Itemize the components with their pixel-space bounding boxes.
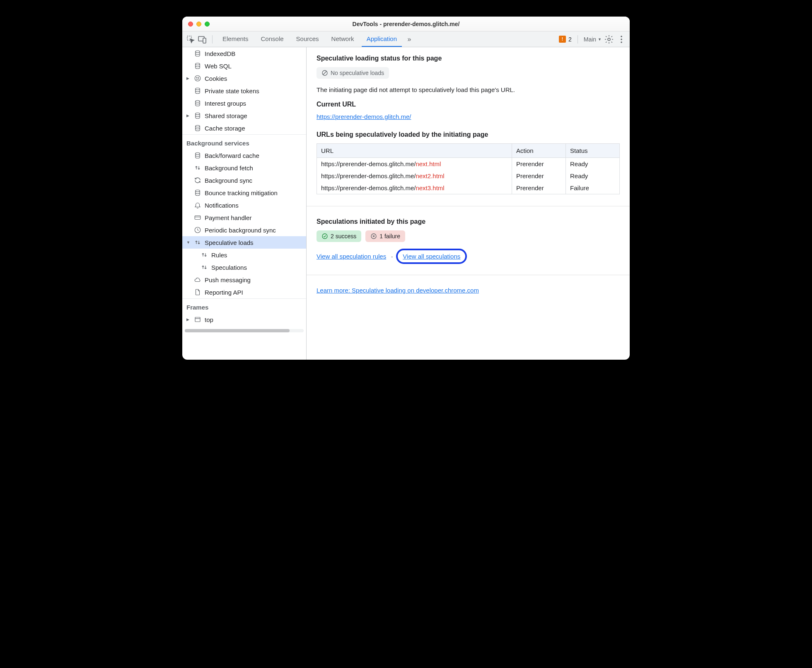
sidebar-item-web-sql[interactable]: Web SQL	[182, 60, 306, 72]
sidebar-section-frames: Frames	[182, 298, 306, 313]
sidebar-item-bounce-tracking-mitigation[interactable]: Bounce tracking mitigation	[182, 186, 306, 199]
sidebar-item-label: Back/forward cache	[205, 152, 259, 159]
warning-count[interactable]: 2	[568, 36, 572, 43]
sidebar-item-background-sync[interactable]: Background sync	[182, 174, 306, 186]
svg-point-3	[608, 38, 610, 41]
db-icon	[194, 87, 201, 94]
sidebar-item-label: Notifications	[205, 202, 239, 209]
table-row[interactable]: https://prerender-demos.glitch.me/next3.…	[317, 182, 620, 194]
current-url-heading: Current URL	[317, 101, 620, 108]
sidebar-item-private-state-tokens[interactable]: Private state tokens	[182, 85, 306, 97]
sidebar-item-payment-handler[interactable]: Payment handler	[182, 211, 306, 224]
table-row[interactable]: https://prerender-demos.glitch.me/next2.…	[317, 170, 620, 182]
sidebar-item-indexeddb[interactable]: IndexedDB	[182, 47, 306, 60]
sidebar-item-rules[interactable]: Rules	[182, 249, 306, 261]
clock-icon	[194, 226, 201, 234]
svg-point-19	[196, 190, 200, 192]
sidebar-item-label: IndexedDB	[205, 50, 235, 57]
sidebar-item-reporting-api[interactable]: Reporting API	[182, 286, 306, 298]
warning-badge-icon[interactable]: !	[559, 36, 566, 43]
more-tabs-icon[interactable]: »	[404, 34, 414, 44]
sidebar-item-cache-storage[interactable]: Cache storage	[182, 122, 306, 134]
status-heading: Speculative loading status for this page	[317, 55, 620, 62]
db-icon	[194, 152, 201, 159]
sidebar-item-label: Speculations	[211, 264, 247, 271]
svg-point-16	[196, 113, 200, 115]
sidebar-section-background: Background services	[182, 134, 306, 149]
device-toggle-icon[interactable]	[197, 34, 207, 44]
sidebar-item-speculations[interactable]: Speculations	[182, 261, 306, 273]
kebab-menu-icon[interactable]	[616, 34, 626, 44]
cloud-icon	[194, 276, 201, 283]
sidebar[interactable]: IndexedDBWeb SQL▶CookiesPrivate state to…	[182, 47, 307, 360]
svg-rect-23	[195, 317, 200, 322]
svg-point-10	[196, 77, 197, 78]
sidebar-item-push-messaging[interactable]: Push messaging	[182, 273, 306, 286]
cell-status: Ready	[566, 158, 620, 170]
svg-line-26	[323, 71, 326, 75]
sidebar-item-label: Speculative loads	[205, 239, 254, 246]
status-badge: No speculative loads	[317, 67, 389, 79]
th-url: URL	[317, 144, 512, 158]
sidebar-item-label: Shared storage	[205, 112, 247, 119]
db-icon	[194, 112, 201, 119]
devtools-toolbar: Elements Console Sources Network Applica…	[182, 31, 630, 47]
sidebar-item-cookies[interactable]: ▶Cookies	[182, 72, 306, 85]
updown-icon	[194, 239, 201, 246]
svg-point-18	[196, 152, 200, 155]
panel-tabs: Elements Console Sources Network Applica…	[218, 31, 414, 47]
svg-rect-20	[195, 216, 201, 220]
sidebar-item-notifications[interactable]: Notifications	[182, 199, 306, 211]
sidebar-item-background-fetch[interactable]: Background fetch	[182, 162, 306, 174]
sidebar-item-top[interactable]: ▶top	[182, 313, 306, 326]
view-speculations-link[interactable]: View all speculations	[403, 253, 460, 260]
window-icon	[194, 316, 201, 323]
card-icon	[194, 214, 201, 221]
updown-icon	[201, 264, 208, 271]
cell-status: Ready	[566, 170, 620, 182]
svg-point-6	[621, 41, 622, 43]
sidebar-item-label: Web SQL	[205, 63, 232, 70]
tab-sources[interactable]: Sources	[291, 31, 324, 47]
db-icon	[194, 124, 201, 132]
current-url-link[interactable]: https://prerender-demos.glitch.me/	[317, 113, 411, 120]
minimize-window-button[interactable]	[196, 22, 201, 27]
devtools-window: DevTools - prerender-demos.glitch.me/ El…	[182, 17, 630, 360]
close-window-button[interactable]	[188, 22, 193, 27]
svg-point-15	[196, 100, 200, 102]
maximize-window-button[interactable]	[205, 22, 210, 27]
cell-action: Prerender	[512, 182, 566, 194]
gear-icon[interactable]	[604, 34, 614, 44]
tab-network[interactable]: Network	[326, 31, 359, 47]
sidebar-horizontal-scrollbar[interactable]	[185, 329, 304, 332]
tab-application[interactable]: Application	[362, 31, 402, 47]
cell-action: Prerender	[512, 158, 566, 170]
sidebar-item-interest-groups[interactable]: Interest groups	[182, 97, 306, 109]
frame-selector[interactable]: Main ▼	[584, 36, 602, 43]
svg-point-27	[322, 234, 327, 239]
updown-icon	[201, 251, 208, 259]
svg-rect-2	[203, 38, 206, 43]
sidebar-item-periodic-background-sync[interactable]: Periodic background sync	[182, 224, 306, 236]
view-rules-link[interactable]: View all speculation rules	[317, 253, 386, 260]
sidebar-item-label: Interest groups	[205, 100, 246, 107]
learn-more-link[interactable]: Learn more: Speculative loading on devel…	[317, 287, 479, 294]
sidebar-item-label: Private state tokens	[205, 87, 259, 94]
svg-point-12	[197, 79, 198, 80]
sidebar-item-label: Push messaging	[205, 276, 251, 283]
titlebar: DevTools - prerender-demos.glitch.me/	[182, 17, 630, 31]
sidebar-item-back-forward-cache[interactable]: Back/forward cache	[182, 149, 306, 162]
inspect-icon[interactable]	[186, 34, 196, 44]
sidebar-item-shared-storage[interactable]: ▶Shared storage	[182, 109, 306, 122]
svg-point-7	[196, 51, 200, 53]
sidebar-item-label: Cookies	[205, 75, 227, 82]
th-status: Status	[566, 144, 620, 158]
sidebar-item-speculative-loads[interactable]: ▼Speculative loads	[182, 236, 306, 249]
tab-elements[interactable]: Elements	[218, 31, 254, 47]
cell-action: Prerender	[512, 170, 566, 182]
cell-status: Failure	[566, 182, 620, 194]
svg-point-9	[195, 75, 201, 81]
cell-url: https://prerender-demos.glitch.me/next3.…	[317, 182, 512, 194]
tab-console[interactable]: Console	[256, 31, 289, 47]
table-row[interactable]: https://prerender-demos.glitch.me/next.h…	[317, 158, 620, 170]
